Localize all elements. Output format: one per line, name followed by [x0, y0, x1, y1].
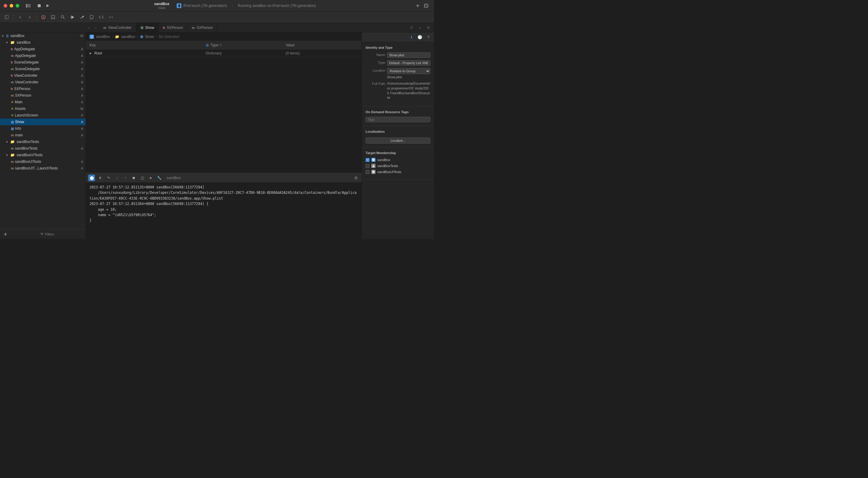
sidebar-group-sandboxuitests[interactable]: ▼ 📁 sandBoxUITests	[0, 152, 86, 158]
sidebar-item-main-xib[interactable]: ✕ Main A	[0, 99, 86, 105]
tab-back-button[interactable]: ‹	[86, 24, 93, 31]
toolbar-divider-2	[36, 14, 37, 20]
target-sandboxtests-checkbox[interactable]	[366, 164, 370, 168]
add-file-button[interactable]	[2, 231, 8, 237]
sidebar-item-sandboxtests-m[interactable]: m sandBoxTests A	[0, 145, 86, 152]
filetype-icon-sxperson-m: m	[11, 94, 14, 97]
back-navigation-button[interactable]: ‹	[16, 13, 24, 21]
badge-assets: M	[81, 107, 83, 110]
sidebar-toggle-button[interactable]	[24, 2, 33, 9]
bookmark-button[interactable]	[49, 13, 57, 21]
bc-show-link[interactable]: Show	[145, 35, 154, 39]
sidebar-label-launchscreen: LaunchScreen	[15, 113, 38, 117]
sidebar-item-appdelegate-m[interactable]: m AppDelegate A	[0, 53, 86, 59]
tab-viewcontroller[interactable]: m ViewController	[99, 23, 136, 33]
target-sandboxuitests-checkbox[interactable]	[366, 170, 370, 174]
target-sandbox-row[interactable]: sandBox	[366, 158, 430, 162]
plist-sort-icon[interactable]: ⇅	[219, 43, 222, 47]
plist-add-icon[interactable]: ⊕	[206, 43, 209, 47]
sidebar-group-sandboxtests[interactable]: ▼ 📁 sandBoxTests	[0, 138, 86, 145]
sidebar-group-sandbox[interactable]: ▼ S sandBox M	[0, 33, 86, 39]
sidebar-label-viewcontroller-m: ViewController	[15, 80, 38, 84]
bc-sandbox-link[interactable]: sandBox	[96, 35, 110, 39]
localize-button[interactable]: Localize...	[366, 138, 430, 144]
editor-canvas-button[interactable]: ⊞	[425, 24, 432, 31]
window-expand-button[interactable]	[422, 2, 430, 9]
sidebar-item-main-m[interactable]: m main A	[0, 132, 86, 138]
sidebar-item-show[interactable]: ▦ Show A	[0, 118, 86, 125]
tab-show[interactable]: ▦ Show	[136, 23, 159, 33]
sidebar-item-viewcontroller-m[interactable]: m ViewController A	[0, 79, 86, 86]
run-button[interactable]	[43, 2, 52, 9]
sidebar-item-sxperson-h[interactable]: h SXPerson A	[0, 86, 86, 92]
breakpoints-button[interactable]	[68, 13, 76, 21]
scheme-selector-button[interactable]	[2, 13, 11, 21]
target-sandboxtests-row[interactable]: sandBoxTests	[366, 164, 430, 168]
sidebar-item-scenedelegate-h[interactable]: h SceneDelegate A	[0, 59, 86, 66]
add-button[interactable]	[413, 2, 422, 9]
svg-point-22	[109, 16, 110, 17]
filetype-icon-viewcontroller-h: h	[11, 74, 13, 77]
svg-rect-1	[28, 4, 31, 5]
app-subtitle: main	[158, 6, 165, 10]
close-button[interactable]	[4, 4, 7, 7]
sidebar-item-sxperson-m[interactable]: m SXPerson A	[0, 92, 86, 99]
sidebar-item-viewcontroller-h[interactable]: h ViewController A	[0, 72, 86, 79]
more-button[interactable]	[107, 13, 115, 21]
debug-pause-btn[interactable]: ⏸	[97, 175, 103, 181]
sidebar-item-info[interactable]: ▦ Info A	[0, 125, 86, 132]
debug-content[interactable]: 2023-07-27 10:57:12.851135+0800 sandBox[…	[86, 183, 362, 239]
target-sandbox-checkbox[interactable]	[366, 158, 370, 162]
sidebar-item-sandboxuitests-m[interactable]: m sandBoxUITests A	[0, 158, 86, 165]
debug-continue-btn[interactable]: ⏺	[130, 175, 137, 181]
simulate-button[interactable]	[87, 13, 96, 21]
debug-active-btn[interactable]: ⬤	[88, 175, 95, 181]
editor-menu-button[interactable]: ≡	[416, 24, 423, 31]
issues-button[interactable]	[39, 13, 48, 21]
find-button[interactable]	[59, 13, 67, 21]
plist-row-root[interactable]: ▶ Root Dictionary (0 items)	[86, 49, 362, 57]
sidebar-item-sandboxuitlaunch-m[interactable]: m sandBoxUIT...LaunchTests A	[0, 165, 86, 172]
run-status: Running sandBox on iPod touch (7th gener…	[238, 4, 316, 8]
maximize-button[interactable]	[16, 4, 19, 7]
help-inspector-button[interactable]: ?	[425, 34, 432, 41]
tab-sxperson2[interactable]: m SXPerson	[187, 23, 217, 33]
svg-marker-31	[372, 165, 375, 167]
debug-collapse-btn[interactable]: ⊟	[352, 175, 359, 181]
sidebar-item-assets[interactable]: ✕ Assets M	[0, 105, 86, 112]
debug-add-expr-btn[interactable]: 🔧	[156, 175, 162, 181]
rp-location-select[interactable]: Relative to Group	[387, 68, 430, 74]
breadcrumb: S sandBox › 📁 sandBox › ▦ Show › No Sele…	[86, 33, 362, 41]
code-review-button[interactable]	[97, 13, 105, 21]
stop-button[interactable]	[35, 2, 43, 9]
bc-sandbox-folder-link[interactable]: sandBox	[121, 35, 135, 39]
plist-header-value-label: Value	[286, 43, 295, 47]
editor-split-button[interactable]: ⊡	[408, 24, 415, 31]
debug-location-btn[interactable]: ➤	[147, 175, 154, 181]
target-sandboxuitests-row[interactable]: sandBoxUITests	[366, 170, 430, 174]
forward-navigation-button[interactable]: ›	[26, 13, 34, 21]
plist-header-value: Value	[282, 43, 362, 47]
tags-input[interactable]	[366, 117, 430, 122]
debug-simulate-btn[interactable]: ◫	[139, 175, 146, 181]
minimize-button[interactable]	[10, 4, 13, 7]
tab-forward-button[interactable]: ›	[93, 24, 99, 31]
sidebar-item-appdelegate-h[interactable]: h AppDelegate A	[0, 46, 86, 53]
debug-step-out-btn[interactable]: ↑	[122, 175, 129, 181]
file-inspector-button[interactable]: ℹ	[408, 34, 415, 41]
plist-header-key-label: Key	[90, 43, 96, 47]
sidebar-label-sxperson-h: SXPerson	[14, 87, 30, 91]
tab-sxperson1[interactable]: h SXPerson	[159, 23, 188, 33]
debug-step-over-btn[interactable]: ↷	[105, 175, 112, 181]
sidebar-label-info: Info	[15, 127, 21, 131]
debug-step-into-btn[interactable]: ↓	[114, 175, 120, 181]
filter-button[interactable]: Filters	[11, 231, 83, 238]
sidebar-item-scenedelegate-m[interactable]: m SceneDelegate A	[0, 66, 86, 72]
rp-type-input[interactable]	[387, 60, 430, 66]
clean-button[interactable]	[78, 13, 86, 21]
sidebar-item-launchscreen[interactable]: ✕ LaunchScreen A	[0, 112, 86, 118]
rp-name-input[interactable]	[387, 53, 430, 58]
sidebar-group-sandbox-sub[interactable]: ▼ 📁 sandBox	[0, 39, 86, 46]
history-inspector-button[interactable]: 🕐	[416, 34, 423, 41]
sidebar: ▼ S sandBox M ▼ 📁 sandBox h AppDelegate …	[0, 33, 86, 239]
